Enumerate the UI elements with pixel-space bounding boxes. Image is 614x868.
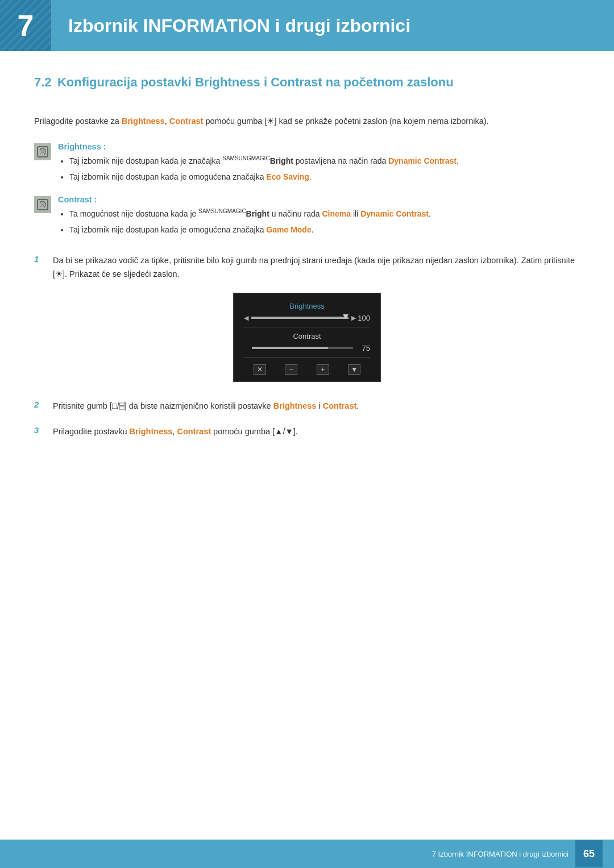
note-contrast-label: Contrast : xyxy=(58,195,580,204)
note-brightness-item-1: Taj izbornik nije dostupan kada je znača… xyxy=(69,155,580,168)
osd-btn-x[interactable]: ✕ xyxy=(254,364,266,375)
osd-contrast-label: Contrast xyxy=(244,332,370,340)
osd-btn-down[interactable]: ▼ xyxy=(348,364,360,375)
step-3-text: Prilagodite postavku Brightness, Contras… xyxy=(53,425,580,439)
footer-chapter-ref: 7 Izbornik INFORMATION i drugi izbornici xyxy=(432,850,569,858)
osd-brightness-track xyxy=(251,317,349,319)
chapter-number: 7 xyxy=(18,9,34,43)
osd-divider xyxy=(244,327,370,327)
osd-container: Brightness ◀ ▶ 100 Contrast 75 xyxy=(34,293,580,382)
osd-buttons-row: ✕ − + ▼ xyxy=(244,362,370,375)
intro-paragraph: Prilagodite postavke za Brightness, Cont… xyxy=(34,114,580,128)
osd-contrast-value: 75 xyxy=(356,344,370,352)
osd-left-arrow: ◀ xyxy=(244,314,248,322)
note-brightness-block: Brightness : Taj izbornik nije dostupan … xyxy=(34,142,580,186)
step-1-number: 1 xyxy=(34,254,48,264)
osd-btn-minus[interactable]: − xyxy=(285,364,297,375)
section-number: 7.2 xyxy=(34,75,52,89)
osd-panel: Brightness ◀ ▶ 100 Contrast 75 xyxy=(233,293,381,382)
note-brightness-item-2: Taj izbornik nije dostupan kada je omogu… xyxy=(69,171,580,184)
osd-brightness-thumb xyxy=(343,314,349,319)
step-1: 1 Da bi se prikazao vodič za tipke, prit… xyxy=(34,254,580,281)
note-contrast-content: Contrast : Ta mogućnost nije dostupna ka… xyxy=(58,195,580,239)
osd-contrast-track xyxy=(252,347,353,349)
note-contrast-item-1: Ta mogućnost nije dostupna kada je SAMSU… xyxy=(69,207,580,221)
note-brightness-list: Taj izbornik nije dostupan kada je znača… xyxy=(58,155,580,184)
osd-brightness-fill xyxy=(251,317,349,319)
osd-brightness-value: 100 xyxy=(356,314,370,322)
note-contrast-item-2: Taj izbornik nije dostupan kada je omogu… xyxy=(69,223,580,237)
footer-page-number: 65 xyxy=(575,840,603,867)
note-contrast-list: Ta mogućnost nije dostupna kada je SAMSU… xyxy=(58,207,580,237)
step-1-text: Da bi se prikazao vodič za tipke, pritis… xyxy=(53,254,580,281)
osd-right-arrow: ▶ xyxy=(351,314,356,322)
osd-btn-plus[interactable]: + xyxy=(317,364,329,375)
osd-brightness-label: Brightness xyxy=(244,302,370,310)
step-2-text: Pritisnite gumb [□/⌸] da biste naizmjeni… xyxy=(53,399,580,413)
step-3-number: 3 xyxy=(34,425,48,435)
step-3: 3 Prilagodite postavku Brightness, Contr… xyxy=(34,425,580,439)
main-content: 7.2 Konfiguracija postavki Brightness i … xyxy=(0,51,614,495)
chapter-number-box: 7 xyxy=(0,0,51,51)
osd-brightness-slider: ◀ ▶ 100 xyxy=(244,314,370,322)
step-2-number: 2 xyxy=(34,400,48,409)
osd-contrast-slider: 75 xyxy=(244,344,370,352)
step-2: 2 Pritisnite gumb [□/⌸] da biste naizmje… xyxy=(34,399,580,413)
note-icon-1 xyxy=(34,143,51,160)
chapter-title-area: Izbornik INFORMATION i drugi izbornici xyxy=(51,0,614,51)
chapter-header: 7 Izbornik INFORMATION i drugi izbornici xyxy=(0,0,614,51)
osd-divider-2 xyxy=(244,357,370,358)
section-heading: 7.2 Konfiguracija postavki Brightness i … xyxy=(34,74,580,97)
note-icon-2 xyxy=(34,196,51,213)
section-title: Konfiguracija postavki Brightness i Cont… xyxy=(54,75,454,89)
page-footer: 7 Izbornik INFORMATION i drugi izbornici… xyxy=(0,840,614,868)
chapter-title: Izbornik INFORMATION i drugi izbornici xyxy=(68,15,410,36)
osd-contrast-fill xyxy=(252,347,328,349)
note-brightness-content: Brightness : Taj izbornik nije dostupan … xyxy=(58,142,580,186)
note-brightness-label: Brightness : xyxy=(58,142,580,151)
note-contrast-block: Contrast : Ta mogućnost nije dostupna ka… xyxy=(34,195,580,239)
